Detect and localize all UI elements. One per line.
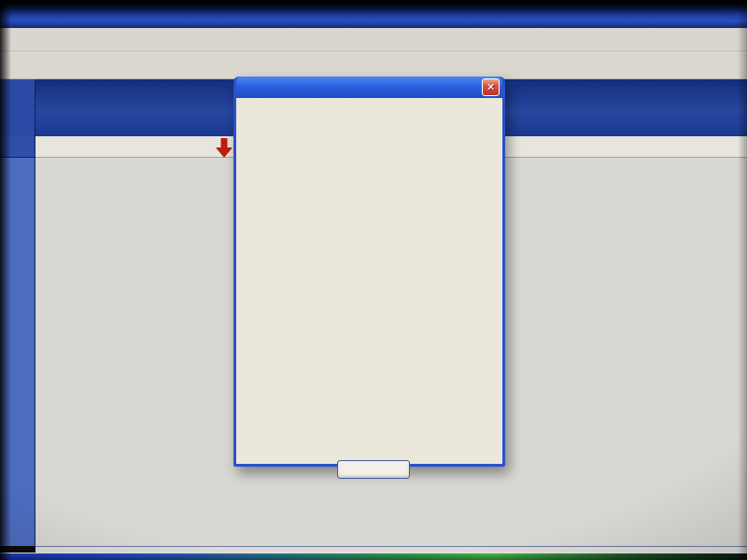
dialog-body	[236, 98, 502, 464]
application-window: ✕	[0, 0, 747, 560]
menu-bar	[0, 28, 747, 51]
bottom-light-row	[35, 546, 747, 553]
close-button[interactable]	[337, 460, 410, 479]
playhead-marker[interactable]	[213, 137, 235, 159]
toolbar	[0, 51, 747, 79]
motion-palette-dialog: ✕	[233, 77, 505, 467]
current-time-display	[0, 136, 35, 158]
window-titlebar[interactable]	[0, 4, 747, 28]
dialog-titlebar[interactable]: ✕	[236, 77, 502, 98]
bottom-gradient-strip	[0, 553, 747, 560]
timeline-corner-block	[0, 79, 35, 136]
playhead-arrow-icon	[213, 137, 235, 159]
dialog-close-x-button[interactable]: ✕	[482, 78, 500, 96]
track-header-column	[0, 158, 35, 546]
